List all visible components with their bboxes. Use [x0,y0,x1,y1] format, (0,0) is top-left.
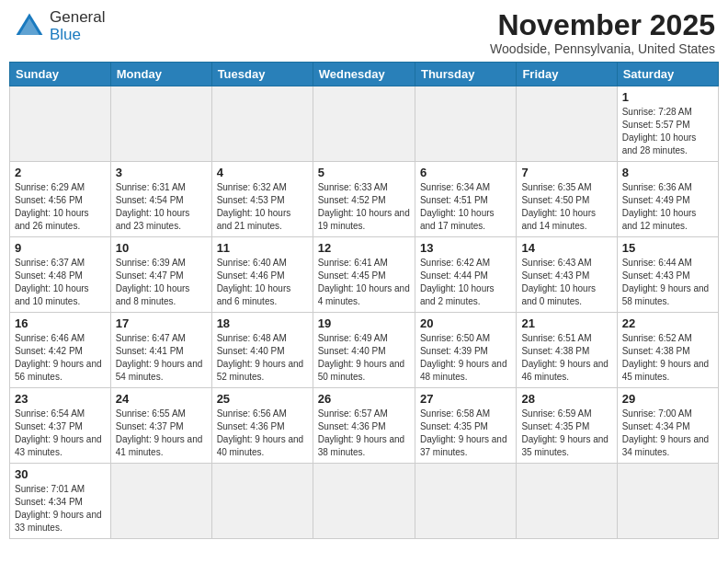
day-number: 7 [521,166,611,179]
calendar-cell: 26Sunrise: 6:57 AM Sunset: 4:36 PM Dayli… [313,388,415,464]
day-info: Sunrise: 6:54 AM Sunset: 4:37 PM Dayligh… [15,408,106,459]
title-block: November 2025 Woodside, Pennsylvania, Un… [490,9,715,56]
month-title: November 2025 [490,9,715,41]
day-info: Sunrise: 6:57 AM Sunset: 4:36 PM Dayligh… [318,408,410,459]
calendar-cell: 20Sunrise: 6:50 AM Sunset: 4:39 PM Dayli… [415,313,516,388]
calendar-cell: 7Sunrise: 6:35 AM Sunset: 4:50 PM Daylig… [517,162,617,237]
day-info: Sunrise: 7:28 AM Sunset: 5:57 PM Dayligh… [622,106,713,157]
calendar-cell: 19Sunrise: 6:49 AM Sunset: 4:40 PM Dayli… [313,313,415,388]
day-number: 30 [15,467,106,481]
calendar-cell: 22Sunrise: 6:52 AM Sunset: 4:38 PM Dayli… [617,313,718,388]
day-info: Sunrise: 6:39 AM Sunset: 4:47 PM Dayligh… [116,257,207,308]
calendar-cell: 12Sunrise: 6:41 AM Sunset: 4:45 PM Dayli… [313,237,415,313]
calendar-cell: 23Sunrise: 6:54 AM Sunset: 4:37 PM Dayli… [10,388,111,464]
calendar-cell [211,86,313,162]
day-number: 5 [318,166,410,179]
day-info: Sunrise: 6:46 AM Sunset: 4:42 PM Dayligh… [15,332,106,384]
day-number: 12 [318,241,410,255]
calendar-cell: 25Sunrise: 6:56 AM Sunset: 4:36 PM Dayli… [211,388,313,464]
day-info: Sunrise: 6:56 AM Sunset: 4:36 PM Dayligh… [217,408,308,459]
calendar-cell: 30Sunrise: 7:01 AM Sunset: 4:34 PM Dayli… [10,464,111,539]
day-info: Sunrise: 6:37 AM Sunset: 4:48 PM Dayligh… [15,257,106,308]
calendar-cell: 8Sunrise: 6:36 AM Sunset: 4:49 PM Daylig… [617,162,718,237]
calendar-week-row: 23Sunrise: 6:54 AM Sunset: 4:37 PM Dayli… [10,388,719,464]
calendar-cell: 16Sunrise: 6:46 AM Sunset: 4:42 PM Dayli… [10,313,111,388]
calendar-header-monday: Monday [110,63,211,86]
day-number: 9 [15,241,106,255]
day-number: 21 [521,316,611,330]
day-info: Sunrise: 6:35 AM Sunset: 4:50 PM Dayligh… [521,181,611,233]
day-info: Sunrise: 6:48 AM Sunset: 4:40 PM Dayligh… [217,332,308,384]
day-info: Sunrise: 7:00 AM Sunset: 4:34 PM Dayligh… [622,408,713,459]
calendar-header-tuesday: Tuesday [211,63,313,86]
calendar-week-row: 2Sunrise: 6:29 AM Sunset: 4:56 PM Daylig… [10,162,719,237]
day-info: Sunrise: 6:29 AM Sunset: 4:56 PM Dayligh… [15,181,106,233]
day-info: Sunrise: 6:43 AM Sunset: 4:43 PM Dayligh… [521,257,611,308]
day-number: 27 [420,392,511,406]
day-number: 10 [116,241,207,255]
day-number: 15 [622,241,713,255]
calendar-cell: 28Sunrise: 6:59 AM Sunset: 4:35 PM Dayli… [517,388,617,464]
day-info: Sunrise: 6:44 AM Sunset: 4:43 PM Dayligh… [622,257,713,308]
calendar-cell: 29Sunrise: 7:00 AM Sunset: 4:34 PM Dayli… [617,388,718,464]
calendar-cell: 2Sunrise: 6:29 AM Sunset: 4:56 PM Daylig… [10,162,111,237]
page-header: General Blue November 2025 Woodside, Pen… [9,9,719,56]
day-number: 18 [217,316,308,330]
logo: General Blue [13,9,105,43]
day-number: 24 [116,392,207,406]
calendar-cell [415,464,516,539]
calendar-cell [415,86,516,162]
calendar-cell: 4Sunrise: 6:32 AM Sunset: 4:53 PM Daylig… [211,162,313,237]
calendar-cell: 3Sunrise: 6:31 AM Sunset: 4:54 PM Daylig… [110,162,211,237]
logo-blue: Blue [50,27,105,44]
calendar-cell: 5Sunrise: 6:33 AM Sunset: 4:52 PM Daylig… [313,162,415,237]
calendar-header-friday: Friday [517,63,617,86]
day-info: Sunrise: 6:49 AM Sunset: 4:40 PM Dayligh… [318,332,410,384]
calendar-cell: 1Sunrise: 7:28 AM Sunset: 5:57 PM Daylig… [617,86,718,162]
calendar-week-row: 9Sunrise: 6:37 AM Sunset: 4:48 PM Daylig… [10,237,719,313]
calendar-header-row: SundayMondayTuesdayWednesdayThursdayFrid… [10,63,719,86]
day-number: 16 [15,316,106,330]
calendar-cell: 6Sunrise: 6:34 AM Sunset: 4:51 PM Daylig… [415,162,516,237]
calendar-cell [10,86,111,162]
calendar-header-saturday: Saturday [617,63,718,86]
calendar-week-row: 16Sunrise: 6:46 AM Sunset: 4:42 PM Dayli… [10,313,719,388]
calendar-cell [313,464,415,539]
day-info: Sunrise: 6:42 AM Sunset: 4:44 PM Dayligh… [420,257,511,308]
day-info: Sunrise: 6:59 AM Sunset: 4:35 PM Dayligh… [521,408,611,459]
calendar-header-sunday: Sunday [10,63,111,86]
calendar-cell: 24Sunrise: 6:55 AM Sunset: 4:37 PM Dayli… [110,388,211,464]
calendar-header-thursday: Thursday [415,63,516,86]
day-number: 8 [622,166,713,179]
day-info: Sunrise: 6:50 AM Sunset: 4:39 PM Dayligh… [420,332,511,384]
day-info: Sunrise: 6:51 AM Sunset: 4:38 PM Dayligh… [521,332,611,384]
calendar-cell [110,464,211,539]
calendar-cell: 10Sunrise: 6:39 AM Sunset: 4:47 PM Dayli… [110,237,211,313]
calendar-cell: 14Sunrise: 6:43 AM Sunset: 4:43 PM Dayli… [517,237,617,313]
calendar-cell: 27Sunrise: 6:58 AM Sunset: 4:35 PM Dayli… [415,388,516,464]
calendar-cell: 13Sunrise: 6:42 AM Sunset: 4:44 PM Dayli… [415,237,516,313]
calendar-table: SundayMondayTuesdayWednesdayThursdayFrid… [9,62,719,539]
day-info: Sunrise: 6:34 AM Sunset: 4:51 PM Dayligh… [420,181,511,233]
calendar-cell [211,464,313,539]
day-info: Sunrise: 6:52 AM Sunset: 4:38 PM Dayligh… [622,332,713,384]
day-number: 4 [217,166,308,179]
day-info: Sunrise: 7:01 AM Sunset: 4:34 PM Dayligh… [15,483,106,534]
day-number: 11 [217,241,308,255]
calendar-cell: 18Sunrise: 6:48 AM Sunset: 4:40 PM Dayli… [211,313,313,388]
location: Woodside, Pennsylvania, United States [490,41,715,56]
logo-text: General Blue [50,9,105,43]
calendar-cell [110,86,211,162]
calendar-cell: 17Sunrise: 6:47 AM Sunset: 4:41 PM Dayli… [110,313,211,388]
day-number: 14 [521,241,611,255]
day-info: Sunrise: 6:55 AM Sunset: 4:37 PM Dayligh… [116,408,207,459]
day-number: 13 [420,241,511,255]
day-info: Sunrise: 6:58 AM Sunset: 4:35 PM Dayligh… [420,408,511,459]
day-number: 6 [420,166,511,179]
calendar-cell: 11Sunrise: 6:40 AM Sunset: 4:46 PM Dayli… [211,237,313,313]
calendar-cell [313,86,415,162]
logo-icon [13,10,46,43]
day-info: Sunrise: 6:31 AM Sunset: 4:54 PM Dayligh… [116,181,207,233]
day-number: 17 [116,316,207,330]
day-number: 2 [15,166,106,179]
